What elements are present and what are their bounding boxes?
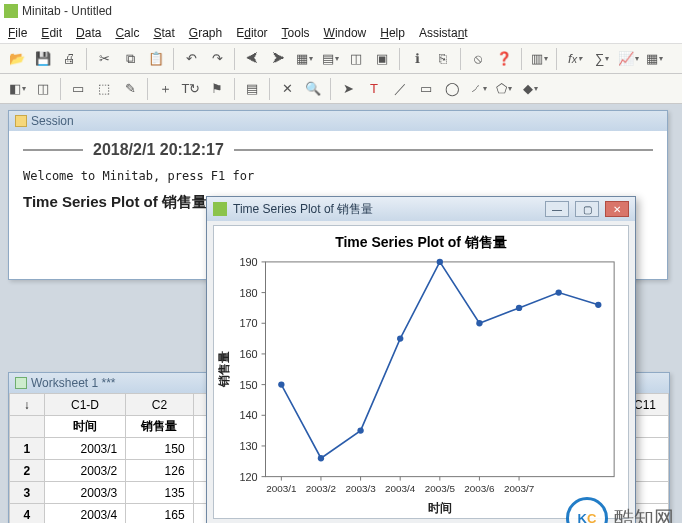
- svg-point-37: [437, 259, 443, 265]
- select-tool-button[interactable]: ⬚: [93, 78, 115, 100]
- row-number[interactable]: 1: [10, 438, 45, 460]
- svg-text:160: 160: [239, 348, 257, 360]
- menu-help[interactable]: Help: [380, 26, 405, 40]
- subheader-time[interactable]: 时间: [44, 416, 126, 438]
- app-logo-icon: [4, 4, 18, 18]
- menu-data[interactable]: Data: [76, 26, 101, 40]
- text-rotate-button[interactable]: T↻: [180, 78, 202, 100]
- redo-button[interactable]: ↷: [206, 48, 228, 70]
- menu-graph[interactable]: Graph: [189, 26, 222, 40]
- menu-calc[interactable]: Calc: [115, 26, 139, 40]
- cell-sales[interactable]: 126: [126, 460, 193, 482]
- session-window-button[interactable]: ▦: [293, 48, 315, 70]
- chart-title: Time Series Plot of 销售量: [214, 234, 628, 252]
- close-panel-button[interactable]: ✕: [276, 78, 298, 100]
- cut-button[interactable]: ✂: [93, 48, 115, 70]
- chart-plot-area[interactable]: Time Series Plot of 销售量 1201301401501601…: [213, 225, 629, 519]
- minimize-button[interactable]: —: [545, 201, 569, 217]
- menu-tools[interactable]: Tools: [282, 26, 310, 40]
- cancel-button[interactable]: ⦸: [467, 48, 489, 70]
- menu-editor[interactable]: Editor: [236, 26, 267, 40]
- palette-button[interactable]: ◧: [6, 78, 28, 100]
- col-header-c1[interactable]: C1-D: [44, 394, 126, 416]
- graph-window-button[interactable]: ◫: [345, 48, 367, 70]
- stats-button[interactable]: ∑: [591, 48, 613, 70]
- menu-edit[interactable]: Edit: [41, 26, 62, 40]
- cell-sales[interactable]: 135: [126, 482, 193, 504]
- col-header-c2[interactable]: C2: [126, 394, 193, 416]
- svg-point-34: [318, 455, 324, 461]
- rowcol-arrow[interactable]: ↓: [10, 394, 45, 416]
- undo-button[interactable]: ↶: [180, 48, 202, 70]
- show-info-button[interactable]: ℹ: [406, 48, 428, 70]
- chart-window[interactable]: Time Series Plot of 销售量 — ▢ ✕ Time Serie…: [206, 196, 636, 523]
- svg-text:2003/4: 2003/4: [385, 483, 416, 494]
- svg-point-35: [357, 427, 363, 433]
- cell-time[interactable]: 2003/4: [44, 504, 126, 524]
- circle-tool-button[interactable]: ◯: [441, 78, 463, 100]
- svg-text:120: 120: [239, 471, 257, 483]
- fx-button[interactable]: fx: [563, 48, 587, 70]
- svg-text:2003/1: 2003/1: [266, 483, 296, 494]
- chart-window-header[interactable]: Time Series Plot of 销售量 — ▢ ✕: [207, 197, 635, 221]
- print-button[interactable]: 🖨: [58, 48, 80, 70]
- workspace: Session 2018/2/1 20:12:17 Welcome to Min…: [0, 104, 682, 523]
- cell-time[interactable]: 2003/2: [44, 460, 126, 482]
- session-icon: [15, 115, 27, 127]
- toolbar-row-2: ◧ ◫ ▭ ⬚ ✎ ＋ T↻ ⚑ ▤ ✕ 🔍 ➤ T ／ ▭ ◯ ⟋ ⬠ ◆: [0, 74, 682, 104]
- more-tool-button[interactable]: ▦: [643, 48, 665, 70]
- maximize-button[interactable]: ▢: [575, 201, 599, 217]
- session-title: Session: [31, 114, 74, 128]
- svg-text:2003/5: 2003/5: [425, 483, 456, 494]
- cell-time[interactable]: 2003/1: [44, 438, 126, 460]
- marker-tool-button[interactable]: ◆: [519, 78, 541, 100]
- worksheet-window-button[interactable]: ▤: [319, 48, 341, 70]
- polyline-tool-button[interactable]: ⟋: [467, 78, 489, 100]
- brush-tool-button[interactable]: ✎: [119, 78, 141, 100]
- svg-text:销售量: 销售量: [217, 351, 231, 388]
- chart-tool-button[interactable]: 📈: [617, 48, 639, 70]
- rect-tool-button[interactable]: ▭: [415, 78, 437, 100]
- session-window-header[interactable]: Session: [9, 111, 667, 131]
- cell-time[interactable]: 2003/3: [44, 482, 126, 504]
- flag-tool-button[interactable]: ⚑: [206, 78, 228, 100]
- copy-button[interactable]: ⧉: [119, 48, 141, 70]
- project-manager-button[interactable]: ▣: [371, 48, 393, 70]
- line-tool-button[interactable]: ／: [389, 78, 411, 100]
- pointer-icon[interactable]: ▭: [67, 78, 89, 100]
- open-button[interactable]: 📂: [6, 48, 28, 70]
- paste-button[interactable]: 📋: [145, 48, 167, 70]
- nav-next-button[interactable]: ⮞: [267, 48, 289, 70]
- toolbar-row-1: 📂 💾 🖨 ✂ ⧉ 📋 ↶ ↷ ⮜ ⮞ ▦ ▤ ◫ ▣ ℹ ⎘ ⦸ ❓ ▥ fx…: [0, 44, 682, 74]
- chart-window-title: Time Series Plot of 销售量: [233, 201, 539, 218]
- format-button[interactable]: ▥: [528, 48, 550, 70]
- zoom-button[interactable]: 🔍: [302, 78, 324, 100]
- menu-file[interactable]: File: [8, 26, 27, 40]
- row-number[interactable]: 2: [10, 460, 45, 482]
- menu-stat[interactable]: Stat: [153, 26, 174, 40]
- cell-sales[interactable]: 165: [126, 504, 193, 524]
- assistant-button[interactable]: ⎘: [432, 48, 454, 70]
- cell-sales[interactable]: 150: [126, 438, 193, 460]
- row-number[interactable]: 3: [10, 482, 45, 504]
- edit-mode-button[interactable]: ◫: [32, 78, 54, 100]
- subheader-sales[interactable]: 销售量: [126, 416, 193, 438]
- save-button[interactable]: 💾: [32, 48, 54, 70]
- svg-text:2003/3: 2003/3: [345, 483, 376, 494]
- nav-prev-button[interactable]: ⮜: [241, 48, 263, 70]
- polygon-tool-button[interactable]: ⬠: [493, 78, 515, 100]
- svg-text:130: 130: [239, 440, 257, 452]
- text-tool-button[interactable]: T: [363, 78, 385, 100]
- titlebar: Minitab - Untitled: [0, 0, 682, 22]
- layers-button[interactable]: ▤: [241, 78, 263, 100]
- menu-window[interactable]: Window: [324, 26, 367, 40]
- help-button[interactable]: ❓: [493, 48, 515, 70]
- menu-assistant[interactable]: Assistant: [419, 26, 468, 40]
- close-button[interactable]: ✕: [605, 201, 629, 217]
- svg-text:180: 180: [239, 287, 257, 299]
- pointer2-button[interactable]: ➤: [337, 78, 359, 100]
- svg-text:时间: 时间: [428, 501, 452, 515]
- session-timestamp: 2018/2/1 20:12:17: [93, 141, 224, 159]
- crosshair-tool-button[interactable]: ＋: [154, 78, 176, 100]
- row-number[interactable]: 4: [10, 504, 45, 524]
